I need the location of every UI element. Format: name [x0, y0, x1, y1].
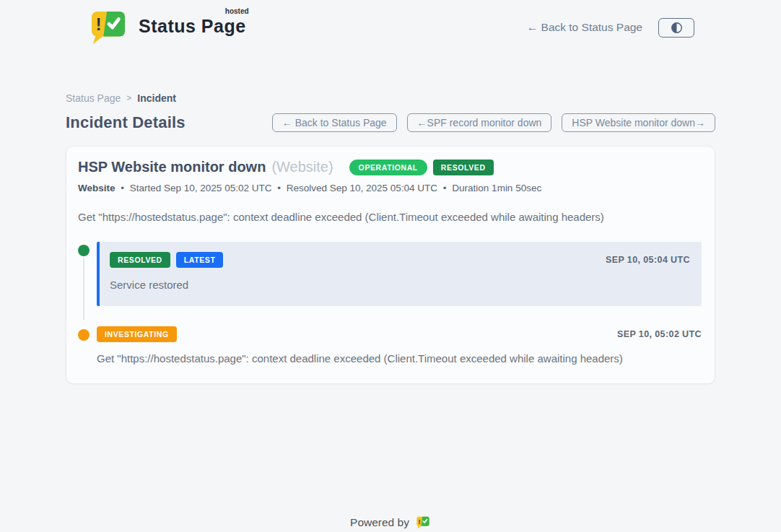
entry-timestamp: SEP 10, 05:04 UTC — [606, 255, 690, 265]
header: ! Status Page hosted ← Back to Status Pa… — [0, 0, 781, 45]
svg-text:!: ! — [418, 518, 420, 526]
timeline-dot-green — [78, 245, 90, 256]
incident-nav-buttons: ← Back to Status Page ←SPF record monito… — [272, 113, 715, 132]
meta-started: Started Sep 10, 2025 05:02 UTC — [130, 183, 272, 193]
brand-name: Status Page — [139, 16, 246, 36]
status-page-logo-icon-small[interactable]: ! — [415, 516, 431, 529]
timeline-entry-resolved: RESOLVED LATEST SEP 10, 05:04 UTC Servic… — [78, 242, 702, 306]
incident-title: HSP Website monitor down — [78, 159, 266, 175]
entry-latest-badge: LATEST — [176, 252, 224, 268]
entry-timestamp: SEP 10, 05:02 UTC — [617, 329, 702, 339]
entry-status-badge: INVESTIGATING — [97, 326, 177, 342]
meta-duration: Duration 1min 50sec — [452, 183, 541, 193]
breadcrumb-status-page[interactable]: Status Page — [66, 92, 121, 104]
meta-separator: • — [277, 183, 281, 193]
previous-incident-button[interactable]: ←SPF record monitor down — [407, 113, 552, 132]
main-content: Status Page > Incident Incident Details … — [66, 92, 715, 532]
resolved-badge: RESOLVED — [433, 160, 494, 175]
incident-component: (Website) — [271, 159, 333, 175]
timeline-entry-body: RESOLVED LATEST SEP 10, 05:04 UTC Servic… — [97, 242, 702, 306]
entry-message: Service restored — [110, 279, 690, 291]
brand-logo[interactable]: ! Status Page hosted — [85, 10, 246, 45]
meta-separator: • — [443, 183, 447, 193]
header-back-link[interactable]: ← Back to Status Page — [527, 21, 642, 34]
incident-timeline: RESOLVED LATEST SEP 10, 05:04 UTC Servic… — [78, 242, 702, 365]
status-page-logo-icon: ! — [85, 10, 131, 45]
incident-description: Get "https://hostedstatus.page": context… — [78, 211, 702, 223]
page-title: Incident Details — [66, 113, 186, 132]
back-to-status-page-button[interactable]: ← Back to Status Page — [272, 113, 397, 132]
brand-superscript: hosted — [225, 7, 249, 15]
meta-component: Website — [78, 183, 115, 193]
entry-message: Get "https://hostedstatus.page": context… — [97, 352, 702, 365]
theme-toggle-button[interactable] — [658, 18, 694, 38]
operational-badge: OPERATIONAL — [349, 160, 427, 175]
powered-by-label: Powered by — [350, 516, 409, 529]
timeline-entry-body: INVESTIGATING SEP 10, 05:02 UTC Get "htt… — [97, 326, 702, 365]
contrast-icon — [671, 22, 683, 34]
breadcrumb-incident: Incident — [137, 92, 176, 104]
timeline-dot-orange — [78, 329, 90, 341]
meta-separator: • — [121, 183, 124, 193]
incident-card: HSP Website monitor down (Website) OPERA… — [66, 146, 715, 384]
entry-status-badge: RESOLVED — [110, 252, 170, 268]
next-incident-button[interactable]: HSP Website monitor down→ — [562, 113, 715, 132]
svg-text:!: ! — [96, 15, 102, 34]
meta-resolved: Resolved Sep 10, 2025 05:04 UTC — [287, 183, 437, 193]
breadcrumb-separator: > — [126, 93, 131, 103]
timeline-entry-investigating: INVESTIGATING SEP 10, 05:02 UTC Get "htt… — [78, 326, 702, 365]
breadcrumb: Status Page > Incident — [66, 92, 715, 104]
incident-meta: Website • Started Sep 10, 2025 05:02 UTC… — [78, 183, 702, 193]
footer: Powered by ! © 2025-10-08 14:10:34.77208… — [66, 516, 715, 532]
